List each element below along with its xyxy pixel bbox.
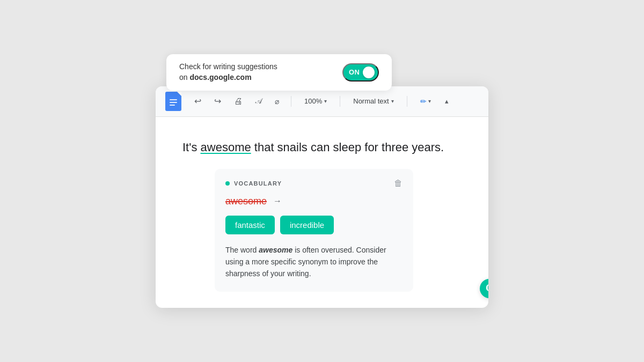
zoom-value: 100%: [304, 97, 322, 105]
arrow-icon: →: [273, 196, 282, 206]
document-content: It's awesome that snails can sleep for t…: [156, 117, 488, 308]
search-icon: ▴: [445, 97, 449, 105]
toolbar-divider-1: [291, 96, 291, 107]
print-button[interactable]: 🖨: [231, 94, 246, 108]
style-chevron-icon: ▾: [391, 98, 394, 104]
notification-text: Check for writing suggestions on docs.go…: [179, 62, 277, 83]
synonym-incredible-button[interactable]: incredible: [280, 216, 334, 234]
vocab-header: VOCABULARY 🗑: [225, 179, 402, 188]
dismiss-button[interactable]: 🗑: [394, 179, 402, 188]
word-replacement-row: awesome →: [225, 196, 402, 207]
writing-suggestions-toggle[interactable]: ON: [342, 63, 379, 82]
paint-format-button[interactable]: 𝒜: [252, 94, 265, 108]
vocab-description: The word awesome is often overused. Cons…: [225, 244, 402, 280]
highlighted-word: awesome: [201, 141, 251, 154]
toolbar: ↩ ↪ 🖨 𝒜 ⌀ 100% ▾ Normal text ▾: [156, 86, 488, 117]
notification-bar: Check for writing suggestions on docs.go…: [166, 54, 392, 90]
style-value: Normal text: [353, 97, 389, 105]
clear-format-button[interactable]: ⌀: [272, 95, 282, 108]
toolbar-divider-3: [407, 96, 407, 107]
search-button[interactable]: ▴: [442, 95, 452, 107]
toolbar-divider-2: [340, 96, 340, 107]
edit-chevron-icon: ▾: [428, 98, 431, 104]
pencil-icon: ✏: [420, 97, 427, 106]
document-panel: ↩ ↪ 🖨 𝒜 ⌀ 100% ▾ Normal text ▾: [156, 86, 488, 308]
edit-mode-button[interactable]: ✏ ▾: [416, 95, 435, 108]
zoom-chevron-icon: ▾: [324, 98, 327, 104]
toggle-container: ON: [342, 63, 379, 82]
grammarly-g-icon: G: [486, 283, 488, 294]
redo-button[interactable]: ↪: [211, 94, 224, 108]
vocab-dot-icon: [225, 181, 230, 186]
vocabulary-card: VOCABULARY 🗑 awesome → fantastic incredi…: [215, 169, 413, 292]
undo-button[interactable]: ↩: [191, 94, 204, 108]
toggle-label: ON: [349, 68, 360, 76]
synonym-buttons: fantastic incredible: [225, 216, 402, 234]
trash-icon: 🗑: [394, 179, 402, 188]
main-sentence: It's awesome that snails can sleep for t…: [182, 138, 462, 156]
style-selector[interactable]: Normal text ▾: [349, 95, 398, 107]
vocab-label-row: VOCABULARY: [225, 180, 282, 187]
zoom-selector[interactable]: 100% ▾: [300, 95, 331, 107]
original-word: awesome: [225, 196, 267, 207]
synonym-fantastic-button[interactable]: fantastic: [225, 216, 275, 234]
google-docs-icon: [165, 92, 181, 111]
toggle-knob: [363, 67, 375, 78]
vocab-label: VOCABULARY: [234, 180, 282, 187]
